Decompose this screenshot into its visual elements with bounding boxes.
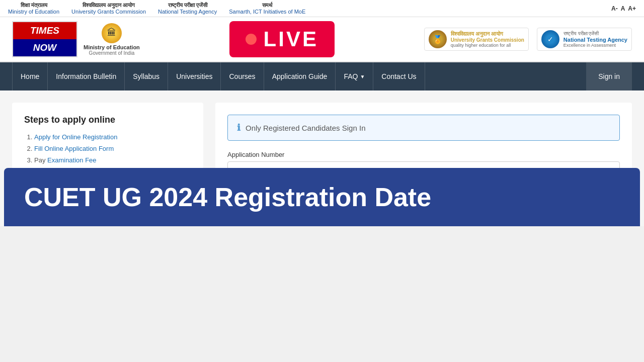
topbar-samarth-hindi: समर्थ	[262, 2, 272, 9]
topbar-ugc-hindi: विश्वविद्यालय अनुदान आयोग	[83, 2, 135, 9]
faq-dropdown-icon: ▼	[360, 74, 365, 79]
ugc-logo: 🏅 विश्वविद्यालय अनुदान आयोग University G…	[424, 28, 529, 51]
step-2-link[interactable]: Fill Online Application Form	[34, 145, 114, 152]
nav-signin-button[interactable]: Sign in	[586, 62, 632, 90]
header-left: TIMES NOW 🏛 Ministry of Education Govern…	[12, 21, 140, 57]
moe-emblem-icon: 🏛	[102, 23, 122, 43]
ugc-emblem-icon: 🏅	[429, 30, 447, 48]
overlay-banner: CUET UG 2024 Registration Date	[4, 168, 640, 226]
topbar-nta-hindi: राष्ट्रीय परीक्षा एजेंसी	[168, 2, 207, 9]
ugc-sub-text: quality higher education for all	[451, 43, 524, 48]
step-3-link[interactable]: Examination Fee	[47, 156, 97, 164]
ugc-text: विश्वविद्यालय अनुदान आयोग University Gra…	[451, 31, 524, 48]
top-bar: शिक्षा मंत्रालय Ministry of Education वि…	[0, 0, 644, 17]
topbar-moe[interactable]: शिक्षा मंत्रालय Ministry of Education	[8, 2, 59, 15]
ugc-main-text: विश्वविद्यालय अनुदान आयोग	[451, 31, 524, 37]
live-dot-icon	[246, 34, 257, 45]
moe-logo: 🏛 Ministry of Education Government of In…	[84, 23, 140, 56]
font-normal-button[interactable]: A	[621, 5, 625, 12]
overlay-title: CUET UG 2024 Registration Date	[24, 183, 431, 212]
topbar-ugc[interactable]: विश्वविद्यालय अनुदान आयोग University Gra…	[71, 2, 146, 15]
nta-hindi: राष्ट्रीय परीक्षा एजेंसी	[564, 31, 627, 37]
app-number-label: Application Number	[227, 151, 620, 158]
live-text: LIVE	[264, 27, 318, 51]
nta-text: राष्ट्रीय परीक्षा एजेंसी National Testin…	[564, 31, 627, 48]
steps-title: Steps to apply online	[24, 115, 191, 125]
live-banner: LIVE	[229, 21, 335, 57]
info-box: ℹ Only Registered Candidates Sign In	[227, 115, 620, 141]
info-icon: ℹ	[237, 122, 240, 133]
header: TIMES NOW 🏛 Ministry of Education Govern…	[0, 17, 644, 62]
font-decrease-button[interactable]: A-	[611, 5, 618, 12]
moe-name: Ministry of Education	[84, 44, 140, 50]
font-increase-button[interactable]: A+	[628, 5, 636, 12]
times-text: TIMES	[30, 25, 59, 36]
topbar-moe-hindi: शिक्षा मंत्रालय	[21, 2, 47, 9]
list-item: Apply for Online Registration	[34, 133, 191, 141]
nav-application-guide[interactable]: Application Guide	[264, 62, 336, 90]
nav-items: Home Information Bulletin Syllabus Unive…	[12, 62, 586, 90]
nav: Home Information Bulletin Syllabus Unive…	[0, 62, 644, 90]
topbar-samarth-english: Samarth, ICT Initiatives of MoE	[229, 9, 305, 15]
font-controls: A- A A+	[611, 5, 636, 12]
nta-logo: ✓ राष्ट्रीय परीक्षा एजेंसी National Test…	[537, 28, 632, 51]
topbar-moe-english: Ministry of Education	[8, 9, 59, 15]
topbar-samarth[interactable]: समर्थ Samarth, ICT Initiatives of MoE	[229, 2, 305, 15]
header-right: 🏅 विश्वविद्यालय अनुदान आयोग University G…	[424, 28, 632, 51]
top-bar-links: शिक्षा मंत्रालय Ministry of Education वि…	[8, 2, 305, 15]
topbar-nta-english: National Testing Agency	[158, 9, 217, 15]
content-area: Steps to apply online Apply for Online R…	[0, 90, 644, 226]
times-now-logo: TIMES NOW	[12, 21, 77, 57]
nav-information-bulletin[interactable]: Information Bulletin	[48, 62, 125, 90]
nav-syllabus[interactable]: Syllabus	[125, 62, 168, 90]
nav-courses[interactable]: Courses	[221, 62, 264, 90]
step-1-link[interactable]: Apply for Online Registration	[34, 133, 117, 141]
topbar-ugc-english: University Grants Commission	[71, 9, 146, 15]
steps-list: Apply for Online Registration Fill Onlin…	[24, 133, 191, 164]
now-text: NOW	[33, 42, 56, 53]
nta-sub-text: Excellence in Assessment	[564, 43, 627, 48]
topbar-nta[interactable]: राष्ट्रीय परीक्षा एजेंसी National Testin…	[158, 2, 217, 15]
nta-emblem-icon: ✓	[541, 30, 559, 48]
list-item: Fill Online Application Form	[34, 145, 191, 152]
moe-sub: Government of India	[89, 50, 135, 56]
nav-home[interactable]: Home	[12, 62, 48, 90]
list-item: Pay Examination Fee	[34, 156, 191, 164]
nav-universities[interactable]: Universities	[168, 62, 221, 90]
nav-faq[interactable]: FAQ ▼	[336, 62, 373, 90]
nta-main-text: National Testing Agency	[564, 37, 627, 43]
nav-contact-us[interactable]: Contact Us	[373, 62, 425, 90]
ugc-english: University Grants Commission	[451, 37, 524, 43]
info-message: Only Registered Candidates Sign In	[246, 124, 365, 132]
